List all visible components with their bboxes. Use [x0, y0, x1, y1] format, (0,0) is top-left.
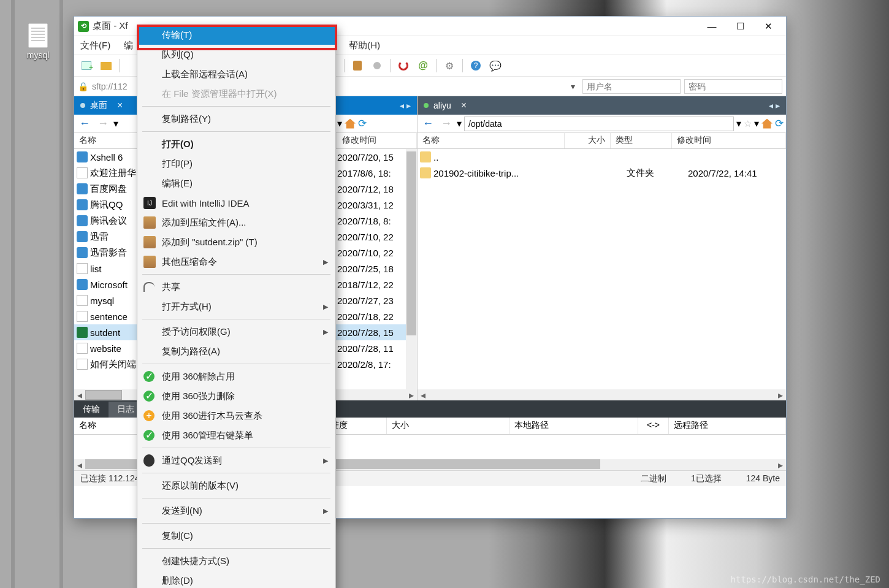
tab-prev-icon[interactable]: ◂: [769, 101, 773, 110]
menu-item-label: 上载全部远程会话(A): [162, 69, 248, 80]
menu-item[interactable]: 发送到(N): [137, 501, 335, 521]
divider: [142, 523, 330, 524]
remote-tab[interactable]: aliyu × ◂▸: [418, 96, 786, 115]
menu-help[interactable]: 帮助(H): [349, 40, 380, 52]
address-text[interactable]: sftp://112: [92, 82, 128, 91]
menu-item[interactable]: 添加到 "sutdent.zip" (T): [137, 232, 335, 252]
menu-item[interactable]: ✓使用 360解除占用: [137, 367, 335, 386]
tb-dot-grey[interactable]: [368, 58, 386, 74]
menu-file[interactable]: 文件(F): [80, 40, 110, 52]
file-name: 201902-citibike-trip...: [433, 168, 581, 178]
xcol-remote[interactable]: 远程路径: [669, 418, 786, 434]
tb-help[interactable]: ?: [467, 58, 484, 74]
history-dropdown[interactable]: ▾: [113, 118, 118, 129]
tb-new-session[interactable]: [78, 58, 95, 74]
home-icon[interactable]: [761, 119, 773, 129]
col-mtime[interactable]: 修改时间: [672, 133, 786, 148]
menu-item[interactable]: 复制(C): [137, 526, 335, 546]
menu-item-label: 使用 360进行木马云查杀: [162, 410, 262, 422]
list-item[interactable]: 201902-citibike-trip... 文件夹 2020/7/22, 1…: [418, 165, 786, 181]
remote-columns-header[interactable]: 名称 大小 类型 修改时间: [418, 133, 786, 149]
file-mtime: 2020/7/12, 18: [337, 184, 417, 194]
minimize-button[interactable]: —: [698, 17, 726, 36]
xcol-direction[interactable]: <->: [638, 418, 669, 434]
menu-item-label: 复制路径(Y): [162, 113, 211, 125]
close-button[interactable]: ✕: [754, 17, 782, 36]
menu-item[interactable]: 传输(T): [137, 25, 335, 45]
remote-path-bar: ← → ▾ ▾ ☆ ▾ ⟳: [418, 115, 786, 133]
tab-next-icon[interactable]: ▸: [776, 101, 780, 110]
file-mtime: 2020/3/31, 12: [337, 200, 417, 210]
address-dropdown[interactable]: ▾: [567, 82, 579, 91]
menu-item[interactable]: 授予访问权限(G): [137, 322, 335, 342]
menu-item-label: 复制(C): [162, 530, 193, 542]
tab-next-icon[interactable]: ▸: [406, 101, 411, 110]
menu-item[interactable]: 上载全部远程会话(A): [137, 64, 335, 84]
tab-transfer[interactable]: 传输: [74, 402, 109, 418]
menu-edit[interactable]: 编: [124, 40, 133, 52]
col-mtime[interactable]: 修改时间: [337, 133, 417, 148]
back-button[interactable]: ←: [420, 117, 436, 130]
tab-prev-icon[interactable]: ◂: [400, 101, 404, 110]
scrollbar-vertical[interactable]: [406, 149, 417, 389]
forward-button[interactable]: →: [95, 117, 111, 130]
forward-button[interactable]: →: [438, 117, 454, 130]
close-tab-icon[interactable]: ×: [461, 100, 467, 111]
tb-at-icon[interactable]: @: [414, 58, 432, 74]
col-size[interactable]: 大小: [565, 133, 611, 148]
fav-dropdown[interactable]: ▾: [337, 118, 342, 129]
refresh-icon[interactable]: ⟳: [775, 117, 784, 130]
menu-item[interactable]: 还原以前的版本(V): [137, 476, 335, 495]
remote-file-list[interactable]: .. 201902-citibike-trip... 文件夹 2020/7/22…: [418, 149, 786, 389]
menu-item[interactable]: 通过QQ发送到: [137, 451, 335, 470]
scrollbar-horizontal[interactable]: ◂ ▸: [418, 389, 786, 400]
path-dropdown[interactable]: ▾: [736, 118, 741, 129]
share-icon: [143, 282, 155, 292]
divider: [142, 548, 330, 549]
tb-open[interactable]: [97, 58, 115, 74]
history-dropdown[interactable]: ▾: [457, 118, 462, 129]
file-mtime: 2018/7/12, 22: [337, 280, 417, 290]
file-icon: [77, 247, 88, 258]
menu-item[interactable]: 复制为路径(A): [137, 342, 335, 361]
col-name[interactable]: 名称: [418, 133, 565, 148]
menu-item[interactable]: 删除(D): [137, 571, 335, 588]
xcol-local[interactable]: 本地路径: [509, 418, 638, 434]
menu-item[interactable]: 打开方式(H): [137, 297, 335, 316]
file-icon: [77, 295, 88, 306]
menu-item[interactable]: ✓使用 360强力删除: [137, 386, 335, 406]
menu-item[interactable]: +使用 360进行木马云查杀: [137, 406, 335, 426]
menu-item[interactable]: 打印(P): [137, 154, 335, 174]
menu-item[interactable]: 打开(O): [137, 134, 335, 154]
list-item[interactable]: ..: [418, 149, 786, 165]
username-input[interactable]: [582, 79, 681, 94]
xcol-size[interactable]: 大小: [387, 418, 509, 434]
maximize-button[interactable]: ☐: [726, 17, 754, 36]
menu-item[interactable]: 添加到压缩文件(A)...: [137, 213, 335, 232]
menu-item[interactable]: 其他压缩命令: [137, 252, 335, 272]
remote-path-input[interactable]: [464, 116, 734, 131]
menu-item[interactable]: 复制路径(Y): [137, 109, 335, 129]
password-input[interactable]: [684, 79, 782, 94]
tb-swirl[interactable]: [395, 58, 412, 74]
context-menu[interactable]: 传输(T)队列(Q)上载全部远程会话(A)在 File 资源管理器中打开(X)复…: [137, 25, 336, 588]
menu-item[interactable]: IJEdit with IntelliJ IDEA: [137, 193, 335, 213]
home-icon[interactable]: [345, 119, 356, 129]
menu-item[interactable]: 创建快捷方式(S): [137, 551, 335, 571]
menu-item[interactable]: 共享: [137, 277, 335, 297]
fav-dropdown[interactable]: ▾: [754, 118, 759, 129]
menu-item[interactable]: 编辑(E): [137, 174, 335, 193]
menu-item[interactable]: ✓使用 360管理右键菜单: [137, 426, 335, 445]
menu-item[interactable]: 队列(Q): [137, 45, 335, 64]
desktop-icon-mysql[interactable]: mysql: [16, 23, 60, 60]
tb-chat[interactable]: 💬: [487, 58, 504, 74]
col-type[interactable]: 类型: [611, 133, 672, 148]
close-tab-icon[interactable]: ×: [117, 100, 123, 111]
favorite-icon[interactable]: ☆: [744, 118, 752, 129]
refresh-icon[interactable]: ⟳: [358, 117, 367, 130]
menu-item-label: 打开方式(H): [162, 301, 212, 313]
back-button[interactable]: ←: [77, 117, 93, 130]
tb-paste[interactable]: [349, 58, 366, 74]
tb-settings[interactable]: ⚙: [441, 58, 458, 74]
xcol-name[interactable]: 名称: [74, 418, 142, 434]
